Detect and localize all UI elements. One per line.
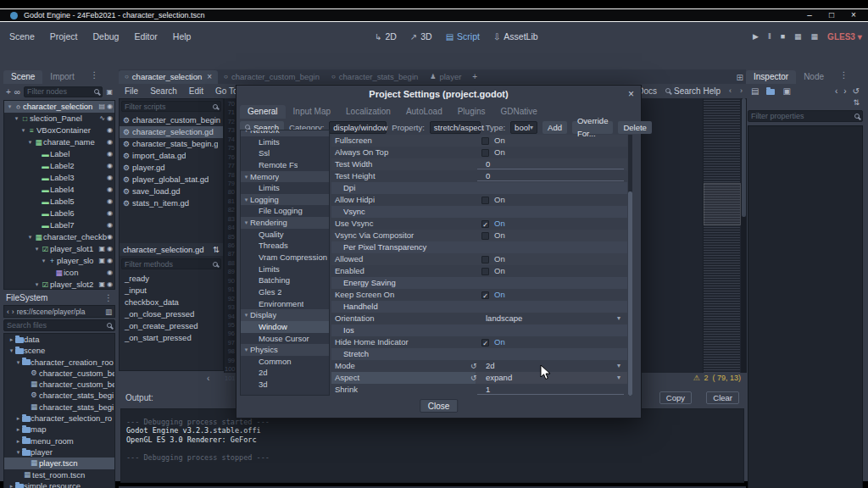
window-close-button[interactable]: × [848,9,860,21]
tree-arrow-icon[interactable]: ▸ [8,334,15,345]
checkbox-checked-icon[interactable]: ✓ [481,220,489,228]
add-script-tab-button[interactable]: + [467,70,482,84]
spin-slider[interactable] [477,180,624,181]
minimap-viewport[interactable] [704,183,741,225]
fs-item-player[interactable]: ▾player [4,446,114,458]
dropdown-value[interactable]: landscape [486,313,522,324]
method-item-checkbox-data[interactable]: checkbox_data [120,297,223,308]
clear-button[interactable]: Clear [706,391,739,404]
script-item-player-global-stat-gd[interactable]: ⚙player_global_stat.gd [120,174,223,186]
search-files-input[interactable] [3,319,115,331]
fs-item-character-selection-ro[interactable]: ▸character_selection_ro [4,413,114,424]
settings-cat-file-logging[interactable]: File Logging [241,205,329,217]
method-item-on-start-pressed[interactable]: _on_start_pressed [120,332,223,344]
distraction-free-icon[interactable]: ⊞ [737,73,743,82]
settings-cat-memory[interactable]: ▾Memory [241,171,329,183]
checkbox-icon[interactable] [481,232,489,240]
revert-icon[interactable]: ↺ [470,372,477,384]
settings-tab-plugins[interactable]: Plugins [450,105,493,119]
eye-icon[interactable]: ◉ [107,196,113,208]
property-row-hide-home-indicator[interactable]: Hide Home Indicator✓On [331,336,627,348]
history-back-icon[interactable]: ‹ [835,86,837,96]
chevron-down-icon[interactable]: ▾ [617,313,620,324]
category-input[interactable]: display/window [329,121,387,134]
inspector-tools-icon[interactable]: ⇅ [853,98,860,107]
filter-methods-input[interactable] [121,258,221,269]
history-forward-icon[interactable]: › [740,86,743,95]
settings-cat-common[interactable]: Common [241,356,329,368]
dock-menu-icon[interactable]: ⋮ [82,65,107,84]
play-scene-button[interactable]: ▦ [794,32,802,41]
script-tab-character-selection[interactable]: ○character_selection× [119,70,218,84]
spin-slider[interactable] [477,169,624,169]
dialog-close-icon[interactable]: × [628,88,634,100]
property-row-always-on-top[interactable]: Always On TopOn [331,147,627,158]
revert-icon[interactable]: ↺ [470,360,477,372]
eye-icon[interactable]: ◉ [107,148,113,160]
scene-node-character-checkb[interactable]: ▾▦character_checkb◉ [4,231,114,243]
property-input[interactable]: stretch/aspect [430,121,481,134]
property-row-allow-hidpi[interactable]: Allow HidpiOn [331,194,627,206]
scene-node-label2[interactable]: ▬Label2◉ [4,160,114,172]
eye-icon[interactable]: ◉ [107,136,113,148]
chevron-down-icon[interactable]: ▾ [617,372,620,384]
settings-cat-network[interactable]: ▾Network [241,130,329,136]
checkbox-icon[interactable] [481,256,489,263]
sort-methods-icon[interactable]: ⇅ [213,245,220,254]
checkbox-checked-icon[interactable]: ✓ [481,339,489,347]
script-item-save-load-gd[interactable]: ⚙save_load.gd [120,186,223,197]
tree-arrow-icon[interactable]: ▾ [19,125,27,136]
scene-node-icon[interactable]: ▦icon◉ [4,267,114,279]
tab-scene[interactable]: Scene [3,70,42,84]
property-row-test-height[interactable]: Test Height0 [331,170,627,182]
eye-icon[interactable]: ◉ [107,243,113,255]
fs-item-scene[interactable]: ▾scene [4,345,114,356]
property-row-test-width[interactable]: Test Width0 [331,158,627,170]
scene-node-label[interactable]: ▬Label◉ [4,148,114,160]
script-item-stats-n-item-gd[interactable]: ⚙stats_n_item.gd [120,197,223,209]
dock-menu-icon[interactable]: ⋮ [832,65,856,84]
menu-scene[interactable]: Scene [2,27,42,46]
property-row-use-vsync[interactable]: Use Vsync✓On [331,218,627,230]
tree-arrow-icon[interactable]: ▾ [33,243,41,255]
fs-item-player-tscn[interactable]: ▦player.tscn [4,458,114,469]
scene-node-player-slo[interactable]: ▾+player_slo▣◉ [4,255,114,267]
tree-arrow-icon[interactable]: ▸ [14,413,22,424]
workspace-script[interactable]: ▤Script [446,31,480,42]
script-item-character-selection-gd[interactable]: ⚙character_selection.gd [120,126,223,138]
fs-item-test-room-tscn[interactable]: ▦test_room.tscn [4,469,114,480]
property-row-shrink[interactable]: Shrink1 [331,384,627,396]
code-minimap[interactable] [703,98,740,373]
eye-icon[interactable]: ◉ [107,184,113,196]
search-files-field[interactable] [7,321,104,330]
checkbox-checked-icon[interactable]: ✓ [481,291,489,299]
eye-icon[interactable]: ◉ [107,255,113,267]
settings-cat-limits[interactable]: Limits [241,136,329,148]
remote-tree-icon[interactable]: ▣ [106,88,113,96]
dropdown-value[interactable]: expand [486,372,512,384]
fs-item-map[interactable]: ▸map [4,424,114,435]
eye-icon[interactable]: ◉ [107,113,113,125]
scene-node-label6[interactable]: ▬Label6◉ [4,208,114,219]
tree-arrow-icon[interactable]: ▾ [242,309,250,321]
scene-node-label7[interactable]: ▬Label7◉ [4,219,114,231]
filter-properties-field[interactable] [751,112,852,120]
eye-icon[interactable]: ◉ [107,231,113,243]
scene-node-player-slot1[interactable]: ▾☑player_slot1▣◉ [4,243,114,255]
script-item-import-data-gd[interactable]: ⚙import_data.gd [120,150,223,162]
settings-cat-rendering[interactable]: ▾Rendering [241,217,329,229]
property-row-orientation[interactable]: Orientationlandscape▾ [331,313,627,324]
fs-item-character-custom-be[interactable]: ⚙character_custom_be [4,368,114,379]
add-button[interactable]: Add [542,121,567,134]
scene-node-vboxcontainer[interactable]: ▾≡VBoxContainer◉ [4,125,114,136]
scene-node-label3[interactable]: ▬Label3◉ [4,172,114,184]
chevron-down-icon[interactable]: ▾ [617,360,620,372]
method-item-on-create-pressed[interactable]: _on_create_pressed [120,320,223,332]
search-help-button[interactable]: Search Help [665,86,721,96]
eye-icon[interactable]: ◉ [107,101,113,113]
menu-debug[interactable]: Debug [85,27,126,46]
settings-cat-batching[interactable]: Batching [241,274,329,286]
property-row-enabled[interactable]: EnabledOn [331,265,627,277]
tree-arrow-icon[interactable]: ▾ [26,136,34,148]
filter-nodes-input[interactable] [24,86,103,97]
